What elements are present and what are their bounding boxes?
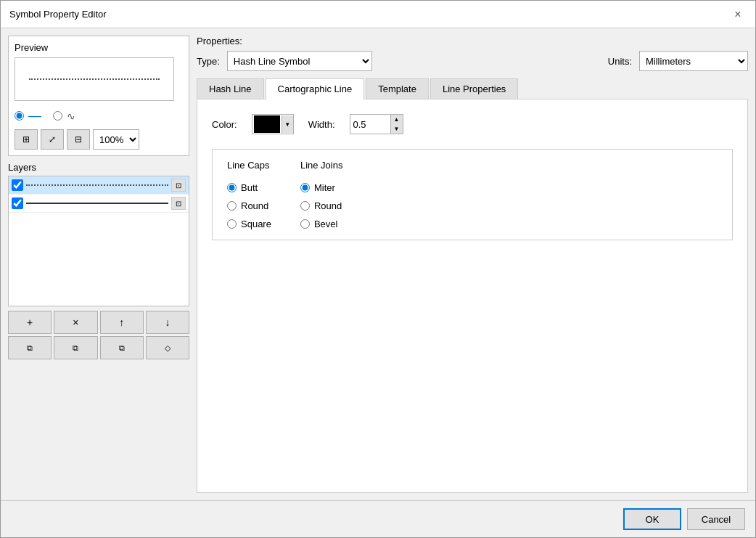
width-label: Width:	[308, 119, 335, 130]
cap-square-label: Square	[241, 219, 271, 229]
layers-label: Layers	[8, 162, 189, 173]
ok-button[interactable]: OK	[623, 508, 681, 530]
tabs-bar: Hash Line Cartographic Line Template Lin…	[197, 78, 748, 99]
zoom-out-button[interactable]: ⤢	[41, 129, 64, 150]
join-round-label: Round	[314, 200, 342, 211]
layout-button[interactable]: ⊟	[67, 129, 90, 150]
join-round-input[interactable]	[300, 201, 310, 211]
join-bevel-input[interactable]	[300, 219, 310, 229]
symbol-radio-1-input[interactable]	[15, 111, 24, 121]
layers-list: ⊡ ⊡	[8, 176, 189, 306]
properties-label: Properties:	[197, 36, 748, 46]
layer-solid-line	[26, 203, 168, 204]
color-picker-button[interactable]: ▼	[252, 114, 294, 134]
title-bar: Symbol Property Editor ×	[1, 1, 755, 28]
width-input-group: ▲ ▼	[350, 114, 403, 134]
cap-butt-input[interactable]	[227, 183, 237, 192]
copy-button[interactable]: ⧉	[8, 336, 52, 359]
type-label: Type:	[197, 56, 220, 67]
cap-square-input[interactable]	[227, 219, 237, 229]
symbol-wave-icon: ∿	[67, 110, 75, 122]
cap-round-input[interactable]	[227, 201, 237, 211]
tab-cartographic-line[interactable]: Cartographic Line	[266, 78, 365, 99]
layer-2-checkbox[interactable]	[12, 197, 23, 209]
fit-button[interactable]: ⊞	[15, 129, 38, 150]
remove-layer-button[interactable]: ×	[54, 311, 97, 334]
color-label: Color:	[212, 119, 237, 130]
preview-section: Preview — ∿ ⊞ ⤢ ⊟	[8, 36, 189, 156]
symbol-radio-2[interactable]: ∿	[53, 110, 75, 122]
join-miter-radio[interactable]: Miter	[300, 182, 343, 193]
layer-dotted-line	[26, 184, 168, 186]
dialog-title: Symbol Property Editor	[9, 9, 107, 20]
cap-round-label: Round	[241, 200, 268, 211]
preview-canvas	[15, 57, 174, 101]
dialog-body: Preview — ∿ ⊞ ⤢ ⊟	[1, 28, 755, 500]
spinner-buttons: ▲ ▼	[390, 115, 403, 134]
line-joins-group: Line Joins Miter Round Bev	[300, 160, 343, 229]
symbol-options: — ∿	[15, 105, 183, 126]
view-controls: ⊞ ⤢ ⊟ 100% 50% 200%	[15, 129, 183, 150]
tab-content-cartographic-line: Color: ▼ Width: ▲ ▼	[197, 99, 748, 493]
width-increment-button[interactable]: ▲	[391, 115, 403, 124]
units-select[interactable]: Millimeters Points Inches Centimeters	[639, 51, 748, 71]
layer-2-preview	[26, 197, 168, 210]
line-options: Line Caps Butt Round Squar	[227, 160, 718, 229]
layers-section: Layers ⊡ ⊡	[8, 162, 189, 493]
join-miter-input[interactable]	[300, 183, 310, 192]
join-bevel-label: Bevel	[314, 219, 338, 229]
cap-butt-radio[interactable]: Butt	[227, 182, 271, 193]
paste-button[interactable]: ⧉	[54, 336, 97, 359]
units-label: Units:	[608, 56, 632, 67]
layer-tools-row2: ⧉ ⧉ ⧉ ◇	[8, 336, 189, 359]
line-options-box: Line Caps Butt Round Squar	[212, 149, 733, 240]
type-select[interactable]: Hash Line Symbol Simple Line Symbol Cart…	[227, 51, 372, 71]
move-down-button[interactable]: ↓	[146, 311, 189, 334]
color-swatch	[254, 115, 280, 133]
line-caps-label: Line Caps	[227, 160, 271, 171]
diamond-button[interactable]: ◇	[146, 336, 189, 359]
cap-round-radio[interactable]: Round	[227, 200, 271, 211]
cap-square-radio[interactable]: Square	[227, 219, 271, 229]
dialog-footer: OK Cancel	[1, 500, 755, 537]
line-joins-label: Line Joins	[300, 160, 343, 171]
width-input[interactable]	[350, 115, 390, 134]
preview-line	[29, 78, 160, 80]
layer-2-icon[interactable]: ⊡	[171, 197, 186, 210]
close-button[interactable]: ×	[729, 6, 747, 23]
line-caps-group: Line Caps Butt Round Squar	[227, 160, 271, 229]
layer-1-icon[interactable]: ⊡	[171, 179, 186, 192]
layer-1-checkbox[interactable]	[12, 179, 23, 191]
cap-butt-label: Butt	[241, 182, 258, 193]
join-miter-label: Miter	[314, 182, 335, 193]
color-width-row: Color: ▼ Width: ▲ ▼	[212, 114, 733, 134]
symbol-radio-1[interactable]: —	[15, 108, 41, 123]
width-decrement-button[interactable]: ▼	[391, 124, 403, 134]
preview-label: Preview	[15, 42, 183, 53]
left-panel: Preview — ∿ ⊞ ⤢ ⊟	[8, 36, 189, 493]
move-up-button[interactable]: ↑	[100, 311, 144, 334]
tab-hash-line[interactable]: Hash Line	[197, 78, 264, 99]
type-row: Type: Hash Line Symbol Simple Line Symbo…	[197, 51, 748, 71]
layer-1-preview	[26, 179, 168, 192]
layer-item[interactable]: ⊡	[9, 195, 189, 213]
tab-template[interactable]: Template	[366, 78, 429, 99]
layer-tools-row1: + × ↑ ↓	[8, 311, 189, 334]
paste2-button[interactable]: ⧉	[100, 336, 144, 359]
symbol-radio-2-input[interactable]	[53, 111, 62, 121]
layer-item[interactable]: ⊡	[9, 176, 189, 195]
zoom-select[interactable]: 100% 50% 200%	[93, 129, 139, 150]
right-panel: Properties: Type: Hash Line Symbol Simpl…	[197, 36, 748, 493]
join-round-radio[interactable]: Round	[300, 200, 343, 211]
add-layer-button[interactable]: +	[8, 311, 52, 334]
tab-line-properties[interactable]: Line Properties	[430, 78, 518, 99]
color-dropdown-arrow[interactable]: ▼	[282, 115, 293, 133]
join-bevel-radio[interactable]: Bevel	[300, 219, 343, 229]
cancel-button[interactable]: Cancel	[687, 508, 745, 530]
dialog-window: Symbol Property Editor × Preview —	[0, 0, 756, 538]
symbol-dash-icon: —	[28, 108, 41, 123]
